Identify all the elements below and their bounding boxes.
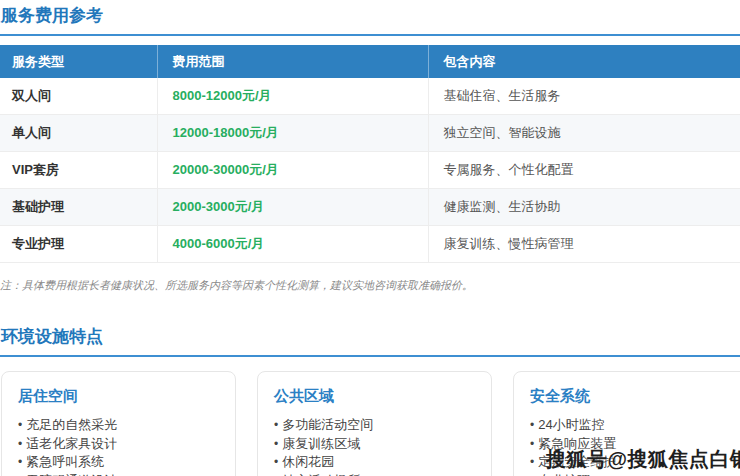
bullet-icon: •	[274, 437, 278, 451]
included-cell: 康复训练、慢性病管理	[428, 226, 740, 263]
list-item-label: 专业护理	[538, 473, 590, 476]
list-item: •无障碍通道设计	[18, 472, 219, 476]
list-item: •24小时监控	[530, 416, 731, 435]
col-header-service-type: 服务类型	[0, 45, 157, 78]
list-item-label: 24小时监控	[538, 417, 604, 432]
fee-note: 注：具体费用根据长者健康状况、所选服务内容等因素个性化测算，建议实地咨询获取准确…	[0, 278, 740, 292]
service-type-cell: 双人间	[0, 78, 157, 115]
table-row: 双人间 8000-12000元/月 基础住宿、生活服务	[0, 78, 740, 115]
fee-table-header: 服务类型 费用范围 包含内容	[0, 45, 740, 78]
service-type-cell: VIP套房	[0, 152, 157, 189]
list-item-label: 适老化家具设计	[26, 436, 117, 451]
list-item: •社交活动场所	[274, 472, 475, 476]
card-title: 居住空间	[18, 387, 219, 405]
service-type-cell: 基础护理	[0, 189, 157, 226]
list-item-label: 康复训练区域	[282, 436, 360, 451]
list-item: •康复训练区域	[274, 435, 475, 454]
included-cell: 独立空间、智能设施	[428, 115, 740, 152]
card-title: 安全系统	[530, 387, 731, 405]
bullet-icon: •	[530, 455, 534, 469]
bullet-icon: •	[18, 418, 22, 432]
list-item-label: 休闲花园	[282, 454, 334, 469]
table-header-row: 服务类型 费用范围 包含内容	[0, 45, 740, 78]
table-row: 基础护理 2000-3000元/月 健康监测、生活协助	[0, 189, 740, 226]
fee-range-cell: 4000-6000元/月	[157, 226, 428, 263]
bullet-icon: •	[274, 455, 278, 469]
section-service-fees: 服务费用参考 服务类型 费用范围 包含内容 双人间 8000-12000元/月 …	[0, 0, 740, 292]
list-item-label: 无障碍通道设计	[26, 473, 117, 476]
section-title-facilities: 环境设施特点	[0, 321, 740, 357]
list-item-label: 社交活动场所	[282, 473, 360, 476]
table-row: 专业护理 4000-6000元/月 康复训练、慢性病管理	[0, 226, 740, 263]
col-header-included: 包含内容	[428, 45, 740, 78]
list-item: •休闲花园	[274, 453, 475, 472]
facility-card-living-space: 居住空间 •充足的自然采光 •适老化家具设计 •紧急呼叫系统 •无障碍通道设计	[1, 371, 236, 476]
included-cell: 健康监测、生活协助	[428, 189, 740, 226]
card-list: •多功能活动空间 •康复训练区域 •休闲花园 •社交活动场所	[274, 416, 475, 476]
list-item-label: 多功能活动空间	[282, 417, 373, 432]
article-page: 服务费用参考 服务类型 费用范围 包含内容 双人间 8000-12000元/月 …	[0, 0, 740, 476]
list-item: •充足的自然采光	[18, 416, 219, 435]
sohu-watermark: 搜狐号@搜狐焦点白银站	[546, 446, 740, 473]
bullet-icon: •	[530, 418, 534, 432]
card-list: •充足的自然采光 •适老化家具设计 •紧急呼叫系统 •无障碍通道设计	[18, 416, 219, 476]
service-type-cell: 专业护理	[0, 226, 157, 263]
fee-table: 服务类型 费用范围 包含内容 双人间 8000-12000元/月 基础住宿、生活…	[0, 45, 740, 263]
bullet-icon: •	[18, 455, 22, 469]
card-title: 公共区域	[274, 387, 475, 405]
service-type-cell: 单人间	[0, 115, 157, 152]
table-row: 单人间 12000-18000元/月 独立空间、智能设施	[0, 115, 740, 152]
facility-card-public-areas: 公共区域 •多功能活动空间 •康复训练区域 •休闲花园 •社交活动场所	[257, 371, 492, 476]
list-item: •多功能活动空间	[274, 416, 475, 435]
col-header-fee-range: 费用范围	[157, 45, 428, 78]
included-cell: 基础住宿、生活服务	[428, 78, 740, 115]
fee-range-cell: 2000-3000元/月	[157, 189, 428, 226]
table-row: VIP套房 20000-30000元/月 专属服务、个性化配置	[0, 152, 740, 189]
list-item-label: 充足的自然采光	[26, 417, 117, 432]
fee-range-cell: 20000-30000元/月	[157, 152, 428, 189]
list-item: •适老化家具设计	[18, 435, 219, 454]
fee-range-cell: 8000-12000元/月	[157, 78, 428, 115]
bullet-icon: •	[18, 437, 22, 451]
list-item: •紧急呼叫系统	[18, 453, 219, 472]
bullet-icon: •	[530, 437, 534, 451]
fee-range-cell: 12000-18000元/月	[157, 115, 428, 152]
bullet-icon: •	[274, 418, 278, 432]
list-item-label: 紧急呼叫系统	[26, 454, 104, 469]
section-title-service-fees: 服务费用参考	[0, 0, 740, 36]
included-cell: 专属服务、个性化配置	[428, 152, 740, 189]
